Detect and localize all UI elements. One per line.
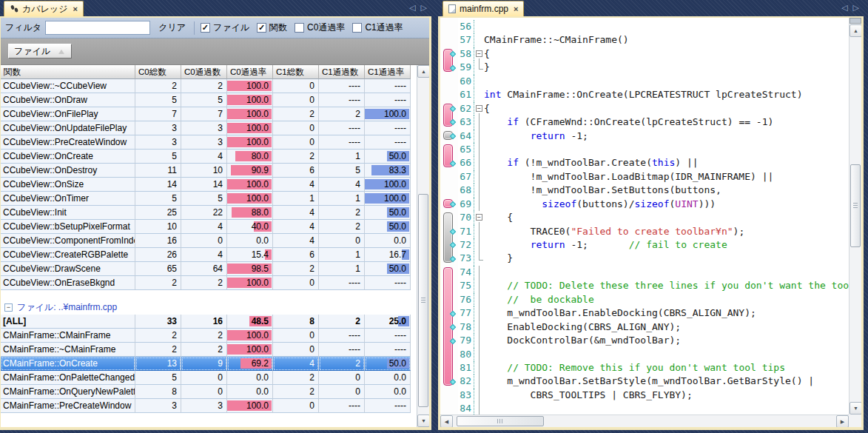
table-row[interactable]: [ALL]331648.58225.0 <box>1 315 429 329</box>
cell-value: 9 <box>181 357 227 371</box>
scroll-thumb[interactable] <box>850 164 861 247</box>
column-header[interactable]: C0通過率 <box>227 65 273 79</box>
table-row[interactable]: CMainFrame::OnCreate13969.24250.0 <box>1 357 429 371</box>
checkbox-icon[interactable] <box>352 23 362 33</box>
table-row[interactable]: CCubeView::OnFilePlay77100.022100.0 <box>1 107 429 121</box>
code-text: !m_wndToolBar.SetButtons(buttons, <box>484 184 849 197</box>
table-vscrollbar[interactable]: ▲ ▼ <box>417 65 429 427</box>
cell-value: 1 <box>319 150 365 164</box>
filter-checkbox[interactable]: ✓関数 <box>257 21 287 34</box>
table-row[interactable]: CCubeView::CreateRGBPalette26415.46116.7 <box>1 248 429 262</box>
editor-hscrollbar[interactable]: ◀ ▶ <box>440 414 849 427</box>
checkbox-icon[interactable]: ✓ <box>257 23 266 33</box>
filter-separator <box>194 21 195 35</box>
scroll-thumb[interactable] <box>418 194 428 407</box>
table-row[interactable]: CCubeView::OnSize1414100.044100.0 <box>1 178 429 192</box>
fold-toggle[interactable]: − <box>474 211 484 224</box>
nav-prev-icon[interactable]: ◁ <box>409 3 415 12</box>
tab-mainfrm[interactable]: mainfrm.cpp × <box>443 1 524 16</box>
fold-guide <box>474 143 484 156</box>
column-header[interactable]: C1通過率 <box>365 65 411 79</box>
scroll-up-button[interactable]: ▲ <box>850 24 861 37</box>
table-row[interactable]: CCubeView::PreCreateWindow33100.00------… <box>1 135 429 150</box>
code-line: 77 m_wndToolBar.EnableDocking(CBRS_ALIGN… <box>458 306 849 320</box>
filter-input[interactable] <box>45 21 150 35</box>
table-row[interactable]: CCubeView::bSetupPixelFormat10440.04250.… <box>1 220 429 234</box>
code-text: !m_wndToolBar.LoadBitmap(IDR_MAINFRAME) … <box>484 170 849 184</box>
nav-next-icon[interactable]: ▷ <box>853 3 859 12</box>
code-line: 68 !m_wndToolBar.SetButtons(buttons, <box>458 184 849 197</box>
tab-coverage[interactable]: カバレッジ × <box>4 1 84 16</box>
code-editor[interactable]: 5657CMainFrame::~CMainFrame()58−{59}6061… <box>440 18 861 427</box>
column-header[interactable]: C0通過数 <box>181 65 227 79</box>
filter-checkbox[interactable]: C1通過率 <box>352 21 403 34</box>
column-header[interactable]: C0総数 <box>135 65 181 79</box>
scroll-left-button[interactable]: ◀ <box>440 415 453 427</box>
code-line: 81 // TODO: Remove this if you don't wan… <box>458 361 849 375</box>
cell-value: 0.0 <box>365 371 411 385</box>
fold-toggle[interactable]: − <box>474 102 484 115</box>
nav-prev-icon[interactable]: ◁ <box>841 3 847 12</box>
cell-value: 65 <box>135 262 181 276</box>
line-number: 66 <box>458 156 474 169</box>
editor-vscrollbar[interactable]: ▲ ▼ <box>849 18 861 414</box>
tab-coverage-label: カバレッジ <box>22 3 67 16</box>
fold-guide <box>474 184 484 197</box>
collapse-icon[interactable]: − <box>476 214 482 221</box>
line-number: 70 <box>458 211 474 224</box>
table-row[interactable]: CCubeView::OnUpdateFilePlay33100.00-----… <box>1 121 429 135</box>
checkbox-icon[interactable] <box>295 23 304 33</box>
table-row[interactable]: CMainFrame::OnQueryNewPalette800.0200.0 <box>1 385 429 399</box>
table-row[interactable]: CCubeView::~CCubeView22100.00-------- <box>1 79 429 93</box>
table-row[interactable]: CCubeView::OnTimer55100.011100.0 <box>1 192 429 206</box>
filter-checkbox[interactable]: ✓ファイル <box>201 21 249 34</box>
table-row[interactable]: CCubeView::ComponentFromIndex1600.0400.0 <box>1 234 429 248</box>
scroll-right-button[interactable]: ▶ <box>836 415 849 427</box>
scroll-thumb[interactable] <box>457 416 544 426</box>
table-row[interactable]: CMainFrame::~CMainFrame22100.00-------- <box>1 343 429 357</box>
checkbox-icon[interactable]: ✓ <box>201 23 210 33</box>
cell-rate-value: 80.0 <box>227 151 272 161</box>
table-row[interactable]: CCubeView::OnEraseBkgnd22100.00-------- <box>1 276 429 290</box>
cell-rate-value: ---- <box>365 400 410 411</box>
table-row[interactable]: CCubeView::OnCreate5480.02150.0 <box>1 150 429 164</box>
collapse-icon[interactable]: − <box>476 50 482 57</box>
cell-value: 69.2 <box>227 357 273 371</box>
column-header[interactable]: C1総数 <box>273 65 319 79</box>
cell-value: 1 <box>319 248 365 262</box>
clear-button[interactable]: クリア <box>154 21 190 34</box>
scrollbar-corner <box>849 414 861 427</box>
column-header[interactable]: C1通過数 <box>319 65 365 79</box>
scroll-up-button[interactable]: ▲ <box>417 65 429 78</box>
collapse-icon[interactable]: − <box>476 105 482 112</box>
code-line: 76 // be dockable <box>458 293 849 306</box>
nav-next-icon[interactable]: ▷ <box>421 3 427 12</box>
table-row[interactable]: CCubeView::Init252288.04250.0 <box>1 206 429 220</box>
tab-close-icon[interactable]: × <box>514 4 518 13</box>
code-line: 64 return -1; <box>458 130 849 143</box>
editor-content: 5657CMainFrame::~CMainFrame()58−{59}6061… <box>438 16 864 430</box>
table-row[interactable]: CCubeView::OnDestroy111090.96583.3 <box>1 164 429 178</box>
scroll-down-button[interactable]: ▼ <box>850 402 861 414</box>
column-header[interactable]: 関数 <box>1 65 135 79</box>
tab-close-icon[interactable]: × <box>73 4 77 13</box>
table-row[interactable]: CCubeView::DrawScene656498.52150.0 <box>1 262 429 276</box>
file-group-header[interactable]: −ファイル: ..¥mainfrm.cpp <box>1 300 429 315</box>
table-row[interactable]: CMainFrame::PreCreateWindow33100.00-----… <box>1 399 429 413</box>
filter-checkbox[interactable]: C0通過率 <box>295 21 345 34</box>
table-row[interactable]: CMainFrame::OnPaletteChanged500.0200.0 <box>1 371 429 385</box>
tab-nav-arrows: ◁ ▷ <box>838 3 859 13</box>
collapse-icon[interactable]: − <box>4 303 13 312</box>
code-line: 63 if (CFrameWnd::OnCreate(lpCreateStruc… <box>458 115 849 129</box>
splitter-handle[interactable] <box>850 18 861 24</box>
table-row[interactable]: CMainFrame::CMainFrame22100.00-------- <box>1 329 429 343</box>
group-by-file-button[interactable]: ファイル <box>8 44 72 58</box>
scroll-down-button[interactable]: ▼ <box>417 414 429 427</box>
cell-rate-value: 83.3 <box>365 165 410 175</box>
code-line: 60 <box>458 75 849 88</box>
cell-value: 6 <box>273 248 319 262</box>
fold-toggle[interactable]: − <box>474 47 484 61</box>
cell-value: 33 <box>135 315 181 329</box>
fold-guide <box>474 402 484 415</box>
table-row[interactable]: CCubeView::OnDraw55100.00-------- <box>1 93 429 107</box>
